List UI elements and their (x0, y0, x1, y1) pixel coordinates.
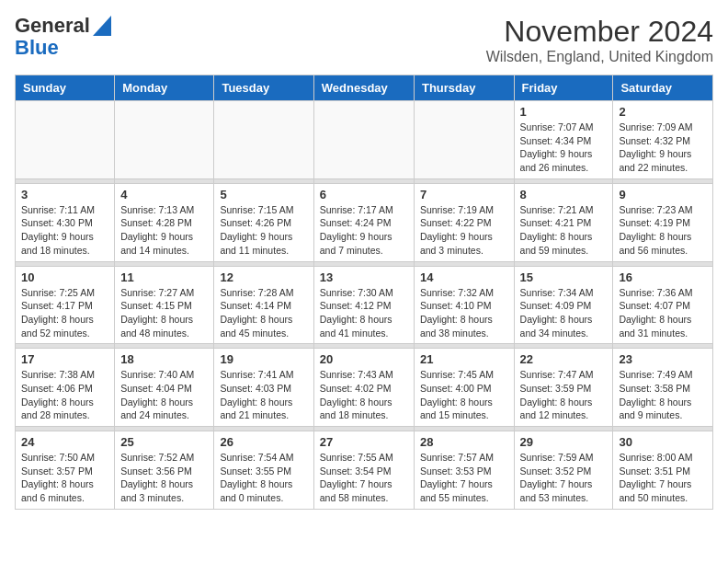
day-number: 26 (220, 435, 307, 449)
table-row (313, 101, 414, 179)
day-number: 19 (220, 352, 307, 366)
calendar-week-row: 1Sunrise: 7:07 AM Sunset: 4:34 PM Daylig… (16, 101, 713, 179)
day-info: Sunrise: 7:55 AM Sunset: 3:54 PM Dayligh… (320, 451, 408, 505)
table-row: 9Sunrise: 7:23 AM Sunset: 4:19 PM Daylig… (613, 183, 713, 261)
day-number: 14 (420, 270, 508, 284)
page-title: November 2024 (486, 15, 713, 49)
table-row (16, 101, 115, 179)
day-number: 27 (320, 435, 408, 449)
day-info: Sunrise: 7:28 AM Sunset: 4:14 PM Dayligh… (220, 286, 307, 340)
day-info: Sunrise: 7:23 AM Sunset: 4:19 PM Dayligh… (619, 203, 707, 258)
table-row: 2Sunrise: 7:09 AM Sunset: 4:32 PM Daylig… (613, 101, 713, 179)
day-info: Sunrise: 7:57 AM Sunset: 3:53 PM Dayligh… (420, 451, 508, 505)
day-number: 8 (520, 188, 608, 201)
day-info: Sunrise: 7:32 AM Sunset: 4:10 PM Dayligh… (420, 286, 508, 340)
day-info: Sunrise: 7:50 AM Sunset: 3:57 PM Dayligh… (21, 451, 108, 505)
day-number: 20 (320, 352, 408, 366)
table-row (414, 101, 514, 179)
logo: General Blue (15, 15, 111, 59)
table-row: 13Sunrise: 7:30 AM Sunset: 4:12 PM Dayli… (313, 266, 414, 344)
day-info: Sunrise: 7:11 AM Sunset: 4:30 PM Dayligh… (21, 203, 108, 258)
table-row: 7Sunrise: 7:19 AM Sunset: 4:22 PM Daylig… (414, 183, 514, 261)
day-number: 21 (420, 352, 508, 366)
day-number: 3 (21, 188, 108, 201)
day-info: Sunrise: 7:27 AM Sunset: 4:15 PM Dayligh… (120, 286, 208, 340)
table-row: 20Sunrise: 7:43 AM Sunset: 4:02 PM Dayli… (313, 349, 414, 427)
table-row: 10Sunrise: 7:25 AM Sunset: 4:17 PM Dayli… (16, 266, 115, 344)
table-row: 29Sunrise: 7:59 AM Sunset: 3:52 PM Dayli… (514, 431, 613, 510)
table-row: 11Sunrise: 7:27 AM Sunset: 4:15 PM Dayli… (115, 266, 214, 344)
table-row: 25Sunrise: 7:52 AM Sunset: 3:56 PM Dayli… (115, 431, 214, 510)
svg-marker-0 (93, 16, 111, 36)
day-number: 6 (320, 188, 408, 201)
table-row: 19Sunrise: 7:41 AM Sunset: 4:03 PM Dayli… (214, 349, 313, 427)
day-number: 25 (120, 435, 208, 449)
header-sunday: Sunday (16, 75, 115, 101)
table-row: 28Sunrise: 7:57 AM Sunset: 3:53 PM Dayli… (414, 431, 514, 510)
table-row: 17Sunrise: 7:38 AM Sunset: 4:06 PM Dayli… (16, 349, 115, 427)
day-number: 5 (220, 188, 307, 201)
calendar-week-row: 3Sunrise: 7:11 AM Sunset: 4:30 PM Daylig… (16, 183, 713, 261)
day-info: Sunrise: 7:54 AM Sunset: 3:55 PM Dayligh… (220, 451, 307, 505)
day-info: Sunrise: 7:47 AM Sunset: 3:59 PM Dayligh… (520, 368, 608, 422)
day-info: Sunrise: 7:34 AM Sunset: 4:09 PM Dayligh… (520, 286, 608, 340)
day-number: 12 (220, 270, 307, 284)
table-row: 22Sunrise: 7:47 AM Sunset: 3:59 PM Dayli… (514, 349, 613, 427)
day-number: 22 (520, 352, 608, 366)
table-row: 21Sunrise: 7:45 AM Sunset: 4:00 PM Dayli… (414, 349, 514, 427)
day-info: Sunrise: 7:36 AM Sunset: 4:07 PM Dayligh… (619, 286, 707, 340)
day-info: Sunrise: 7:07 AM Sunset: 4:34 PM Dayligh… (520, 121, 608, 175)
day-number: 28 (420, 435, 508, 449)
header-saturday: Saturday (613, 75, 713, 101)
table-row (214, 101, 313, 179)
day-number: 15 (520, 270, 608, 284)
day-info: Sunrise: 7:40 AM Sunset: 4:04 PM Dayligh… (120, 368, 208, 422)
logo-blue-text: Blue (15, 37, 59, 59)
day-info: Sunrise: 7:17 AM Sunset: 4:24 PM Dayligh… (320, 203, 408, 258)
title-area: November 2024 Wilsden, England, United K… (486, 15, 713, 65)
table-row: 12Sunrise: 7:28 AM Sunset: 4:14 PM Dayli… (214, 266, 313, 344)
header-friday: Friday (514, 75, 613, 101)
table-row: 3Sunrise: 7:11 AM Sunset: 4:30 PM Daylig… (16, 183, 115, 261)
table-row: 26Sunrise: 7:54 AM Sunset: 3:55 PM Dayli… (214, 431, 313, 510)
table-row: 27Sunrise: 7:55 AM Sunset: 3:54 PM Dayli… (313, 431, 414, 510)
table-row: 5Sunrise: 7:15 AM Sunset: 4:26 PM Daylig… (214, 183, 313, 261)
table-row: 30Sunrise: 8:00 AM Sunset: 3:51 PM Dayli… (613, 431, 713, 510)
table-row: 23Sunrise: 7:49 AM Sunset: 3:58 PM Dayli… (613, 349, 713, 427)
day-number: 30 (619, 435, 707, 449)
table-row: 4Sunrise: 7:13 AM Sunset: 4:28 PM Daylig… (115, 183, 214, 261)
calendar-week-row: 24Sunrise: 7:50 AM Sunset: 3:57 PM Dayli… (16, 431, 713, 510)
day-number: 10 (21, 270, 108, 284)
table-row: 14Sunrise: 7:32 AM Sunset: 4:10 PM Dayli… (414, 266, 514, 344)
calendar-week-row: 10Sunrise: 7:25 AM Sunset: 4:17 PM Dayli… (16, 266, 713, 344)
day-info: Sunrise: 7:13 AM Sunset: 4:28 PM Dayligh… (120, 203, 208, 258)
day-info: Sunrise: 7:21 AM Sunset: 4:21 PM Dayligh… (520, 203, 608, 258)
day-number: 11 (120, 270, 208, 284)
day-number: 9 (619, 188, 707, 201)
day-number: 29 (520, 435, 608, 449)
header-monday: Monday (115, 75, 214, 101)
table-row: 1Sunrise: 7:07 AM Sunset: 4:34 PM Daylig… (514, 101, 613, 179)
day-number: 17 (21, 352, 108, 366)
day-info: Sunrise: 7:41 AM Sunset: 4:03 PM Dayligh… (220, 368, 307, 422)
table-row (115, 101, 214, 179)
logo-triangle-icon (93, 16, 111, 36)
logo-general-text: General (15, 15, 90, 37)
day-info: Sunrise: 7:30 AM Sunset: 4:12 PM Dayligh… (320, 286, 408, 340)
table-row: 6Sunrise: 7:17 AM Sunset: 4:24 PM Daylig… (313, 183, 414, 261)
day-info: Sunrise: 7:59 AM Sunset: 3:52 PM Dayligh… (520, 451, 608, 505)
day-number: 2 (619, 105, 707, 119)
day-info: Sunrise: 7:15 AM Sunset: 4:26 PM Dayligh… (220, 203, 307, 258)
day-number: 24 (21, 435, 108, 449)
day-number: 23 (619, 352, 707, 366)
day-info: Sunrise: 7:19 AM Sunset: 4:22 PM Dayligh… (420, 203, 508, 258)
table-row: 24Sunrise: 7:50 AM Sunset: 3:57 PM Dayli… (16, 431, 115, 510)
day-info: Sunrise: 7:49 AM Sunset: 3:58 PM Dayligh… (619, 368, 707, 422)
calendar-table: Sunday Monday Tuesday Wednesday Thursday… (15, 75, 713, 510)
day-number: 4 (120, 188, 208, 201)
calendar-header-row: Sunday Monday Tuesday Wednesday Thursday… (16, 75, 713, 101)
table-row: 8Sunrise: 7:21 AM Sunset: 4:21 PM Daylig… (514, 183, 613, 261)
table-row: 16Sunrise: 7:36 AM Sunset: 4:07 PM Dayli… (613, 266, 713, 344)
day-info: Sunrise: 7:38 AM Sunset: 4:06 PM Dayligh… (21, 368, 108, 422)
table-row: 15Sunrise: 7:34 AM Sunset: 4:09 PM Dayli… (514, 266, 613, 344)
